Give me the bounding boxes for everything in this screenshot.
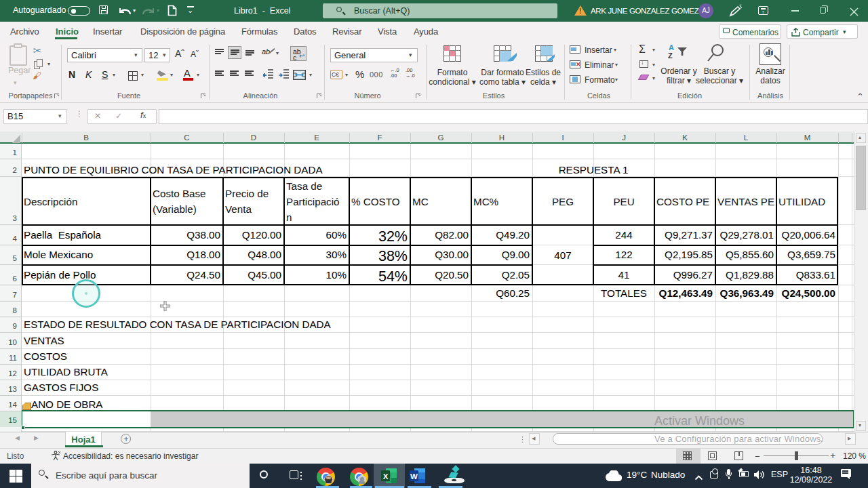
svg-text:X: X: [383, 472, 389, 481]
svg-text:W: W: [410, 472, 418, 481]
